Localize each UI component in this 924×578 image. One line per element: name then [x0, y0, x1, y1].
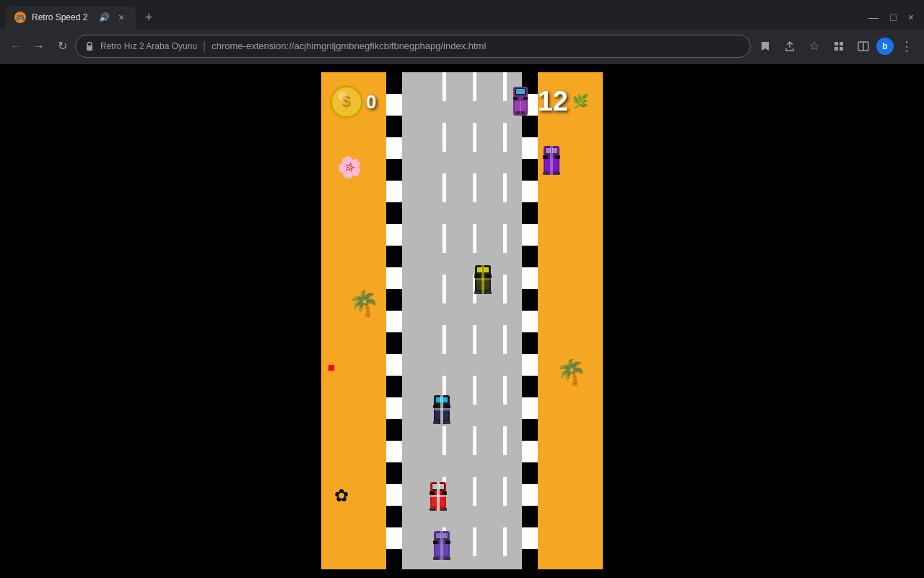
svg-rect-12	[523, 97, 528, 100]
svg-rect-1	[834, 42, 838, 46]
address-bar: ← → ↻ Retro Hız 2 Araba Oyunu | chrome-e…	[0, 29, 924, 64]
palm-tree-right-1: 🌴	[556, 358, 586, 387]
secure-icon	[84, 41, 95, 51]
profile-button[interactable]: b	[876, 38, 894, 55]
window-minimize-button[interactable]: —	[864, 9, 883, 26]
svg-rect-59	[441, 508, 447, 511]
svg-rect-64	[433, 540, 438, 544]
svg-rect-62	[436, 533, 441, 538]
svg-rect-69	[445, 557, 450, 560]
svg-rect-25	[434, 408, 450, 410]
share-button[interactable]	[778, 35, 801, 58]
pink-flower-decor: 🌸	[334, 152, 365, 183]
svg-rect-0	[87, 46, 92, 51]
lane-divider-center	[473, 72, 476, 569]
svg-rect-10	[520, 89, 525, 94]
svg-rect-41	[546, 148, 551, 153]
svg-rect-32	[474, 275, 479, 278]
svg-rect-57	[430, 495, 446, 497]
coin-icon: $	[330, 85, 363, 118]
svg-rect-3	[834, 47, 838, 51]
svg-rect-36	[475, 278, 491, 280]
svg-rect-53	[430, 491, 435, 495]
browser-frame: 🎮 Retro Speed 2 🔊 × + — □ × ← → ↻ Retro …	[0, 0, 924, 578]
svg-rect-52	[439, 484, 444, 489]
svg-rect-68	[433, 557, 439, 560]
lives-car-icon	[507, 85, 533, 117]
svg-rect-54	[442, 491, 447, 495]
lives-display: 12 🌿	[507, 85, 588, 117]
svg-rect-51	[432, 484, 437, 489]
enemy-car-2	[541, 144, 562, 179]
svg-rect-37	[474, 291, 480, 294]
enemy-car-1	[473, 264, 493, 298]
svg-rect-11	[513, 97, 518, 100]
reload-button[interactable]: ↻	[52, 36, 72, 56]
address-input[interactable]: Retro Hız 2 Araba Oyunu | chrome-extensi…	[75, 35, 751, 58]
bookmark-star-button[interactable]: ☆	[803, 35, 826, 58]
svg-rect-2	[840, 42, 843, 46]
window-close-button[interactable]: ×	[904, 9, 918, 26]
toolbar-actions: ☆ b ⋮	[754, 35, 918, 58]
tab-favicon-icon: 🎮	[14, 12, 26, 23]
svg-rect-27	[445, 421, 450, 424]
svg-rect-33	[487, 275, 492, 278]
svg-rect-26	[433, 421, 439, 424]
lives-leaf-decor: 🌿	[572, 93, 588, 109]
lane-divider-right	[503, 72, 507, 569]
split-view-button[interactable]	[852, 35, 875, 58]
window-controls: — □ ×	[864, 9, 924, 29]
svg-rect-67	[440, 531, 443, 560]
yellow-flower-decor: ✿	[334, 486, 349, 506]
lives-value: 12	[538, 86, 568, 117]
menu-button[interactable]: ⋮	[895, 35, 918, 58]
enemy-car-4	[432, 530, 452, 564]
svg-rect-20	[443, 397, 448, 402]
svg-rect-4	[840, 47, 843, 51]
svg-rect-47	[543, 172, 549, 175]
tab-title: Retro Speed 2	[32, 12, 93, 22]
svg-rect-65	[445, 540, 450, 544]
tab-close-button[interactable]: ×	[116, 12, 127, 23]
forward-button[interactable]: →	[29, 36, 49, 56]
svg-rect-63	[443, 533, 448, 538]
game-canvas[interactable]: $ 0 🌸	[321, 72, 603, 569]
extensions-button[interactable]	[827, 35, 850, 58]
red-marker	[328, 365, 334, 371]
svg-rect-42	[552, 148, 557, 153]
back-button[interactable]: ←	[6, 36, 26, 56]
svg-rect-15	[521, 111, 525, 114]
game-area: $ 0 🌸	[0, 64, 924, 578]
svg-rect-43	[543, 155, 548, 159]
svg-rect-14	[516, 111, 520, 114]
road-edge-right	[522, 72, 538, 569]
active-tab[interactable]: 🎮 Retro Speed 2 🔊 ×	[6, 6, 136, 29]
score-display: $ 0	[330, 85, 376, 118]
svg-rect-48	[554, 172, 560, 175]
address-url: chrome-extension://acjhimgnljgmbnegfikcb…	[212, 40, 486, 51]
svg-rect-38	[486, 291, 492, 294]
page-title-address: Retro Hız 2 Araba Oyunu	[100, 41, 197, 51]
svg-rect-31	[484, 267, 489, 272]
svg-rect-46	[550, 146, 553, 175]
bookmark-button[interactable]	[754, 35, 777, 58]
tab-audio-icon: 🔊	[99, 12, 110, 22]
road-edge-left	[386, 72, 402, 569]
svg-rect-19	[436, 397, 441, 402]
tab-bar: 🎮 Retro Speed 2 🔊 × + — □ ×	[0, 0, 924, 29]
svg-rect-58	[430, 508, 435, 511]
svg-rect-44	[555, 155, 560, 159]
new-tab-button[interactable]: +	[139, 7, 159, 27]
enemy-car-3	[428, 480, 448, 515]
player-car	[432, 394, 452, 426]
window-maximize-button[interactable]: □	[886, 9, 900, 26]
palm-tree-left-1: 🌴	[349, 289, 379, 318]
svg-rect-9	[516, 89, 520, 94]
svg-rect-22	[445, 405, 450, 408]
score-value: 0	[366, 91, 376, 113]
address-separator: |	[203, 40, 206, 53]
svg-rect-30	[477, 267, 482, 272]
svg-rect-21	[433, 405, 438, 408]
